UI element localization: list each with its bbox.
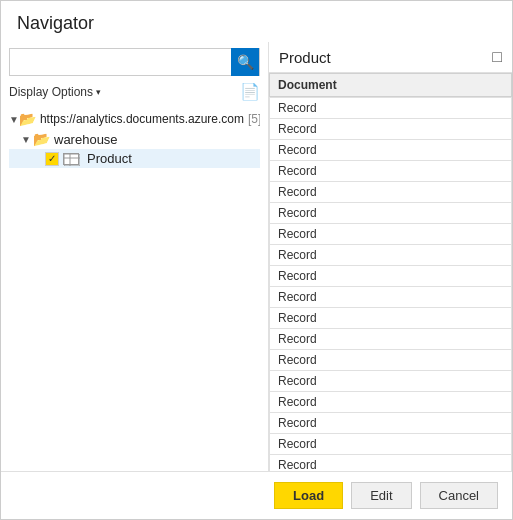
table-cell-record: Record: [270, 203, 512, 224]
search-container: 🔍: [9, 48, 260, 76]
table-svg-icon: [64, 154, 80, 166]
table-row: Record: [270, 266, 512, 287]
footer: Load Edit Cancel: [1, 471, 512, 519]
table-cell-record: Record: [270, 371, 512, 392]
table-cell-record: Record: [270, 98, 512, 119]
table-container: Document RecordRecordRecordRecordRecordR…: [269, 73, 512, 471]
table-cell-record: Record: [270, 182, 512, 203]
display-options-label: Display Options: [9, 85, 93, 99]
table-row: Record: [270, 98, 512, 119]
table-row: Record: [270, 371, 512, 392]
search-input[interactable]: [10, 49, 231, 75]
tree-area: ▼ 📂 https://analytics.documents.azure.co…: [9, 109, 260, 465]
table-cell-record: Record: [270, 434, 512, 455]
table-row: Record: [270, 350, 512, 371]
toolbar-row: Display Options ▾ 📄: [9, 82, 260, 101]
right-panel-title: Product: [279, 49, 331, 66]
table-row: Record: [270, 224, 512, 245]
root-url-label: https://analytics.documents.azure.com: [40, 112, 244, 126]
main-content: 🔍 Display Options ▾ 📄 ▼ 📂 http: [1, 42, 512, 471]
table-cell-record: Record: [270, 245, 512, 266]
tree-item-warehouse[interactable]: ▼ 📂 warehouse: [9, 129, 260, 149]
table-row: Record: [270, 161, 512, 182]
root-count-label: [5]: [248, 112, 260, 126]
right-panel-header: Product □: [269, 42, 512, 73]
right-panel: Product □ Document RecordRecordRe: [269, 42, 512, 471]
table-row: Record: [270, 308, 512, 329]
product-checkbox-area[interactable]: ✓ Product: [45, 151, 132, 166]
display-options-button[interactable]: Display Options ▾: [9, 85, 101, 99]
table-cell-record: Record: [270, 308, 512, 329]
table-cell-record: Record: [270, 413, 512, 434]
table-row: Record: [270, 413, 512, 434]
file-export-icon: 📄: [240, 83, 260, 100]
table-cell-record: Record: [270, 224, 512, 245]
table-row: Record: [270, 392, 512, 413]
search-button[interactable]: 🔍: [231, 48, 259, 76]
svg-rect-0: [64, 154, 80, 166]
table-body: RecordRecordRecordRecordRecordRecordReco…: [270, 98, 512, 472]
table-row: Record: [270, 182, 512, 203]
table-row: Record: [270, 119, 512, 140]
title-text: Navigator: [17, 13, 94, 33]
data-table: Document: [269, 73, 512, 97]
folder-warehouse-icon: 📂: [33, 131, 50, 147]
table-header: Document: [270, 74, 512, 97]
load-button[interactable]: Load: [274, 482, 343, 509]
column-header-document: Document: [270, 74, 512, 97]
table-cell-record: Record: [270, 161, 512, 182]
table-scroll-area[interactable]: RecordRecordRecordRecordRecordRecordReco…: [269, 97, 512, 471]
table-row: Record: [270, 434, 512, 455]
product-label: Product: [87, 151, 132, 166]
table-cell-record: Record: [270, 392, 512, 413]
expand-icon: □: [492, 48, 502, 65]
folder-open-icon: 📂: [19, 111, 36, 127]
table-cell-record: Record: [270, 266, 512, 287]
table-row: Record: [270, 329, 512, 350]
table-icon: [63, 153, 79, 165]
table-cell-record: Record: [270, 119, 512, 140]
table-cell-record: Record: [270, 287, 512, 308]
tree-item-product[interactable]: ✓ Product: [9, 149, 260, 168]
left-panel: 🔍 Display Options ▾ 📄 ▼ 📂 http: [1, 42, 269, 471]
expand-button[interactable]: □: [492, 48, 502, 66]
product-checkbox[interactable]: ✓: [45, 152, 59, 166]
display-options-arrow: ▾: [96, 87, 101, 97]
chevron-down-icon-2: ▼: [21, 134, 33, 145]
chevron-down-icon: ▼: [9, 114, 19, 125]
export-file-button[interactable]: 📄: [240, 82, 260, 101]
table-row: Record: [270, 455, 512, 472]
table-row: Record: [270, 245, 512, 266]
cancel-button[interactable]: Cancel: [420, 482, 498, 509]
navigator-dialog: Navigator 🔍 Display Options ▾ 📄: [0, 0, 513, 520]
table-cell-record: Record: [270, 140, 512, 161]
table-cell-record: Record: [270, 455, 512, 472]
dialog-title: Navigator: [1, 1, 512, 42]
edit-button[interactable]: Edit: [351, 482, 411, 509]
data-table-body: RecordRecordRecordRecordRecordRecordReco…: [269, 97, 512, 471]
search-icon: 🔍: [237, 54, 254, 70]
warehouse-label: warehouse: [54, 132, 118, 147]
table-cell-record: Record: [270, 329, 512, 350]
table-row: Record: [270, 140, 512, 161]
table-cell-record: Record: [270, 350, 512, 371]
tree-item-root[interactable]: ▼ 📂 https://analytics.documents.azure.co…: [9, 109, 260, 129]
table-row: Record: [270, 287, 512, 308]
table-row: Record: [270, 203, 512, 224]
